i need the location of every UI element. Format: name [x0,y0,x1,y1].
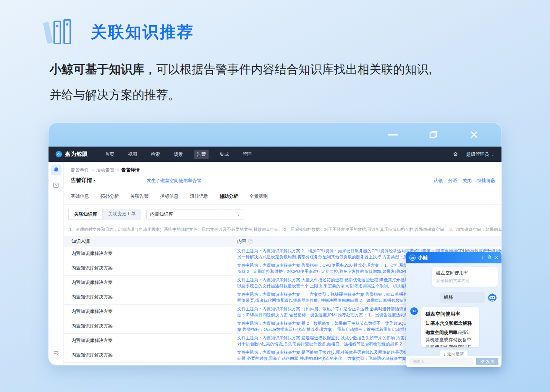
knowledge-base-select[interactable]: 内置知识库 ⌄ [146,210,244,219]
row-source: 内置知识库解决方案 [64,265,237,271]
send-icon [480,360,484,363]
user-message-bubble: 解释 [440,292,485,303]
row-source: 内置知识库解决方案 [64,279,237,286]
menu-item-search[interactable]: 检索 [148,150,163,159]
chevron-down-icon: ⌄ [491,152,495,157]
robot-avatar [487,292,498,303]
description-line2: 并给与解决方案的推荐。 [50,88,180,102]
ai-assistant-panel: AI 小鲸 ↕ × 磁盘空间使用率 您选择的文本内容 解释 [406,252,501,367]
alert-detail-title: 告警详情 - [71,177,95,184]
description-line1: 可以根据告警事件内容结合知识库找出相关联的知识, [156,63,432,76]
dispatch-button[interactable]: 分派 [448,177,457,184]
restore-button[interactable] [427,128,440,141]
tab-basic-info[interactable]: 基础信息 [71,193,89,200]
selected-text-card: 磁盘空间使用率 您选择的文本内容 [432,267,498,287]
selected-text-title: 磁盘空间使用率 [436,270,493,276]
chat-input-bar: 发送 [406,356,501,367]
ai-avatar: AI [410,307,418,315]
ai-response-card: 磁盘空间使用率 1. 基本含义和概念解释 磁盘空间使用率是指计算机硬盘或存储设备… [421,307,479,347]
info-icon[interactable]: ? [248,239,253,244]
collapse-icon [53,350,59,355]
sidebar-item-alarm[interactable] [51,165,61,175]
selected-text-subtitle: 您选择的文本内容 [436,278,493,284]
claim-button[interactable]: 认领 [434,177,443,184]
quick-mute-button[interactable]: 快捷屏蔽 [477,177,495,184]
send-button[interactable]: 发送 [476,358,498,365]
close-icon[interactable]: × [495,255,498,260]
tab-flow-records[interactable]: 流转记录 [190,193,208,200]
solution-hint-text: 1、清理临时文件和日志：定期清理（自动化脚本）系统中的临时文件、日志文件以及不必… [64,224,501,236]
sidebar-item-report[interactable] [51,180,61,190]
logo-text: 嘉为鲸眼 [65,151,88,158]
row-source: 内置知识库解决方案 [64,352,237,358]
menu-item-alerts[interactable]: 告警 [194,150,209,159]
menu-item-views[interactable]: 视图 [125,150,140,159]
select-value: 内置知识库 [150,211,173,218]
menu-item-scenes[interactable]: 场景 [171,150,186,159]
toggle-change-orders[interactable]: 关联变更工单 [103,209,141,220]
chat-title: 小鲸 [418,254,428,261]
app-logo[interactable]: 嘉为鲸眼 [55,151,88,158]
row-source: 内置知识库解决方案 [64,323,237,329]
trash-icon[interactable] [487,255,492,260]
left-sidebar [49,162,64,365]
close-alert-button[interactable]: 关闭 [463,177,472,184]
chat-header: AI 小鲸 ↕ × [406,252,501,263]
knowledge-toggle-group: 关联知识库 关联变更工单 [68,209,141,220]
close-button[interactable]: × [467,128,480,141]
tab-topology[interactable]: 拓扑分析 [100,193,119,200]
chat-messages: 磁盘空间使用率 您选择的文本内容 解释 AI 磁盘空间使用率 1. 基本含义和概… [406,263,501,356]
report-icon [53,182,59,188]
window-titlebar: × [49,123,501,147]
breadcrumb-alert-detail: 告警详情 [121,167,140,173]
expand-icon[interactable]: ↕ [481,255,484,260]
logo-icon [55,151,62,158]
alert-actions: 认领 分派 关闭 快捷屏蔽 [434,177,495,184]
tab-metrics[interactable]: 指标信息 [160,193,178,200]
page-title: 关联知识推荐 [91,21,194,43]
breadcrumb-active-alerts[interactable]: 活动告警 [96,167,114,173]
restore-icon [429,130,438,139]
breadcrumb-alert-events[interactable]: 告警事件 [71,167,89,173]
alert-subtitle[interactable]: 发生了磁盘空间使用率告警 [147,177,202,184]
alarm-icon [53,167,59,173]
description-bold: 小鲸可基于知识库， [50,63,156,76]
user-menu[interactable]: 超级管理员 ⌄ [466,151,495,158]
toggle-related-knowledge[interactable]: 关联知识库 [68,209,103,220]
chevron-down-icon: ⌄ [237,212,240,217]
ai-response-title: 磁盘空间使用率 [425,311,475,318]
gear-icon[interactable]: ⚙ [453,151,458,157]
breadcrumb: 告警事件 活动告警 告警详情 [64,162,501,173]
sidebar-collapse-toggle[interactable] [51,347,61,358]
row-source: 内置知识库解决方案 [64,294,237,300]
ai-response-section: 1. 基本含义和概念解释 [425,320,475,327]
ai-badge-icon: AI [409,255,416,261]
row-source: 内置知识库解决方案 [64,308,237,315]
menu-item-integration[interactable]: 集成 [217,150,231,159]
row-source: 内置知识库解决方案 [64,250,237,257]
hero-header: 关联知识推荐 [45,18,194,46]
tab-assist-analysis[interactable]: 辅助分析 [220,193,238,200]
top-navbar: 嘉为鲸眼 首页 视图 检索 场景 告警 集成 管理 ⚙ 超级管理员 ⌄ [49,147,501,162]
ai-response-body: 磁盘空间使用率是指计算机硬盘或存储设备中已被使用的存储空间占总存储空间的比例。这… [425,329,475,347]
tab-related-alerts[interactable]: 关联告警 [130,193,149,200]
books-icon [45,18,76,46]
down-arrow-icon: ↓ [443,352,446,356]
page-description: 小鲸可基于知识库，可以根据告警事件内容结合知识库找出相关联的知识, 并给与解决方… [50,56,516,108]
tab-panorama[interactable]: 全景观测 [249,193,268,200]
main-menu: 首页 视图 检索 场景 告警 集成 管理 [102,150,254,159]
user-name: 超级管理员 [466,151,489,158]
minimize-button[interactable] [387,128,400,141]
detail-tabs: 基础信息 拓扑分析 关联告警 指标信息 流转记录 辅助分析 全景观测 [64,188,501,205]
back-to-latest-button[interactable]: ↓ 返回最新 [440,350,468,356]
menu-item-admin[interactable]: 管理 [240,150,254,159]
row-source: 内置知识库解决方案 [64,337,237,344]
table-header: 知识来源 内容 ? [64,236,501,247]
col-header-source: 知识来源 [64,238,237,245]
chat-input[interactable] [409,358,473,365]
col-header-content: 内容 [237,238,246,245]
menu-item-home[interactable]: 首页 [102,150,117,159]
